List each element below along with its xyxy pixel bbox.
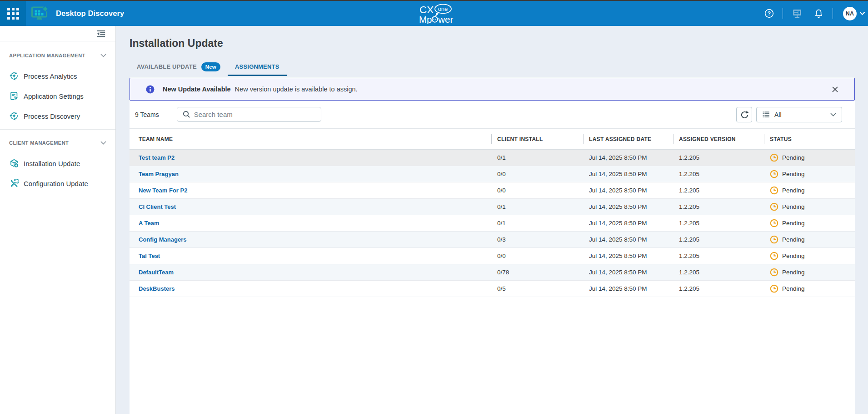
cell-client-install: 0/5 — [491, 285, 583, 292]
assignments-panel: 9 Teams — [130, 101, 855, 414]
sidebar-item-label: Configuration Update — [24, 180, 88, 187]
banner-message: New version update is available to assig… — [235, 86, 358, 93]
tab-available-update-label: AVAILABLE UPDATE — [137, 63, 197, 70]
team-name-link[interactable]: A Team — [139, 220, 160, 227]
pending-clock-icon — [770, 170, 778, 178]
pending-clock-icon — [770, 153, 778, 162]
close-icon — [832, 86, 838, 93]
page-title: Installation Update — [130, 37, 855, 50]
cell-last-assigned-date: Jul 14, 2025 8:50 PM — [583, 220, 673, 227]
column-header-assigned-version[interactable]: ASSIGNED VERSION — [673, 129, 764, 149]
team-name-link[interactable]: New Team For P2 — [139, 187, 187, 194]
refresh-button[interactable] — [736, 107, 752, 122]
column-header-last-assigned-date[interactable]: LAST ASSIGNED DATE — [583, 129, 673, 149]
search-team-input[interactable] — [194, 107, 321, 121]
status-label: Pending — [782, 285, 805, 292]
bell-icon — [814, 9, 823, 19]
sidebar-section-label: CLIENT MANAGEMENT — [9, 139, 69, 146]
team-name-link[interactable]: Config Managers — [139, 236, 186, 243]
column-header-client-install[interactable]: CLIENT INSTALL — [491, 129, 583, 149]
team-name-link[interactable]: DefaultTeam — [139, 269, 174, 276]
cell-assigned-version: 1.2.205 — [673, 203, 764, 210]
process-discovery-icon — [10, 111, 19, 121]
status-label: Pending — [782, 269, 805, 276]
waffle-icon — [7, 8, 19, 20]
cell-last-assigned-date: Jul 14, 2025 8:50 PM — [583, 236, 673, 243]
collapse-sidebar-icon — [97, 30, 105, 37]
svg-text:?: ? — [768, 10, 771, 17]
filter-dropdown[interactable]: All — [756, 107, 842, 122]
team-name-link[interactable]: Tal Test — [139, 252, 160, 259]
sidebar-section-application-management[interactable]: APPLICATION MANAGEMENT — [0, 52, 115, 59]
cell-status: Pending — [764, 170, 855, 178]
section-chevron-icon — [100, 141, 106, 145]
table-row: A Team0/1Jul 14, 2025 8:50 PM1.2.205Pend… — [130, 215, 855, 232]
cell-status: Pending — [764, 235, 855, 244]
cell-status: Pending — [764, 202, 855, 211]
sidebar-item-label: Installation Update — [24, 160, 80, 167]
presentation-button[interactable] — [792, 8, 802, 19]
status-label: Pending — [782, 203, 805, 210]
new-badge: New — [201, 62, 220, 71]
sidebar-item-application-settings[interactable]: Application Settings — [0, 86, 115, 106]
cell-last-assigned-date: Jul 14, 2025 8:50 PM — [583, 154, 673, 161]
sidebar-item-process-discovery[interactable]: Process Discovery — [0, 106, 115, 126]
team-name-link[interactable]: CI Client Test — [139, 203, 176, 210]
sidebar-section-client-management[interactable]: CLIENT MANAGEMENT — [0, 139, 115, 146]
cell-assigned-version: 1.2.205 — [673, 252, 764, 259]
column-header-team-name[interactable]: TEAM NAME — [130, 129, 491, 149]
cell-team-name: A Team — [130, 220, 491, 227]
cell-client-install: 0/0 — [491, 171, 583, 177]
cell-status: Pending — [764, 252, 855, 260]
cell-last-assigned-date: Jul 14, 2025 8:50 PM — [583, 285, 673, 292]
table-row: Config Managers0/3Jul 14, 2025 8:50 PM1.… — [130, 232, 855, 248]
logo-wer-text: wer — [438, 14, 453, 25]
main-content: Installation Update AVAILABLE UPDATE New… — [116, 26, 868, 414]
cell-team-name: Team Pragyan — [130, 171, 491, 177]
column-header-status[interactable]: STATUS — [764, 129, 855, 149]
sidebar-item-process-analytics[interactable]: Process Analytics — [0, 66, 115, 86]
pending-clock-icon — [770, 284, 778, 293]
sidebar-item-label: Process Discovery — [24, 112, 80, 120]
team-count: 9 Teams — [135, 111, 159, 118]
tab-assignments[interactable]: ASSIGNMENTS — [228, 59, 287, 76]
cell-assigned-version: 1.2.205 — [673, 269, 764, 276]
sidebar-collapse-button[interactable] — [97, 30, 105, 37]
cell-client-install: 0/3 — [491, 236, 583, 243]
help-button[interactable]: ? — [764, 9, 774, 18]
cell-team-name: Test team P2 — [130, 154, 491, 161]
user-menu-button[interactable]: NA — [843, 7, 865, 20]
update-banner: New Update Available New version update … — [130, 78, 855, 101]
cell-assigned-version: 1.2.205 — [673, 285, 764, 292]
sidebar-item-label: Application Settings — [24, 92, 84, 100]
appbar-divider — [833, 8, 833, 19]
app-launcher-button[interactable] — [0, 1, 26, 26]
tab-available-update[interactable]: AVAILABLE UPDATE New — [130, 59, 228, 76]
status-label: Pending — [782, 154, 805, 161]
application-settings-icon — [10, 91, 19, 101]
cell-client-install: 0/78 — [491, 269, 583, 276]
cell-client-install: 0/0 — [491, 252, 583, 259]
appbar-divider — [783, 8, 783, 19]
sidebar: APPLICATION MANAGEMENTProcess AnalyticsA… — [0, 26, 116, 414]
table-row: DeskBusters0/5Jul 14, 2025 8:50 PM1.2.20… — [130, 281, 855, 297]
cell-status: Pending — [764, 153, 855, 162]
cell-status: Pending — [764, 219, 855, 227]
team-name-link[interactable]: Team Pragyan — [139, 171, 179, 177]
banner-close-button[interactable] — [832, 86, 838, 93]
table-row: Team Pragyan0/0Jul 14, 2025 8:50 PM1.2.2… — [130, 166, 855, 182]
presentation-board-icon — [792, 8, 802, 19]
tab-assignments-label: ASSIGNMENTS — [235, 63, 279, 70]
sidebar-item-configuration-update[interactable]: Configuration Update — [0, 173, 115, 193]
table-row: DefaultTeam0/78Jul 14, 2025 8:50 PM1.2.2… — [130, 264, 855, 281]
table-body: Test team P20/1Jul 14, 2025 8:50 PM1.2.2… — [130, 150, 855, 297]
user-menu-chevron-icon — [859, 11, 865, 15]
pending-clock-icon — [770, 235, 778, 244]
cell-team-name: New Team For P2 — [130, 187, 491, 194]
chevron-down-icon — [830, 113, 836, 116]
team-name-link[interactable]: Test team P2 — [139, 154, 175, 161]
team-name-link[interactable]: DeskBusters — [139, 285, 175, 292]
configuration-update-icon — [10, 179, 19, 188]
notifications-button[interactable] — [814, 9, 823, 19]
sidebar-item-installation-update[interactable]: Installation Update — [0, 153, 115, 173]
